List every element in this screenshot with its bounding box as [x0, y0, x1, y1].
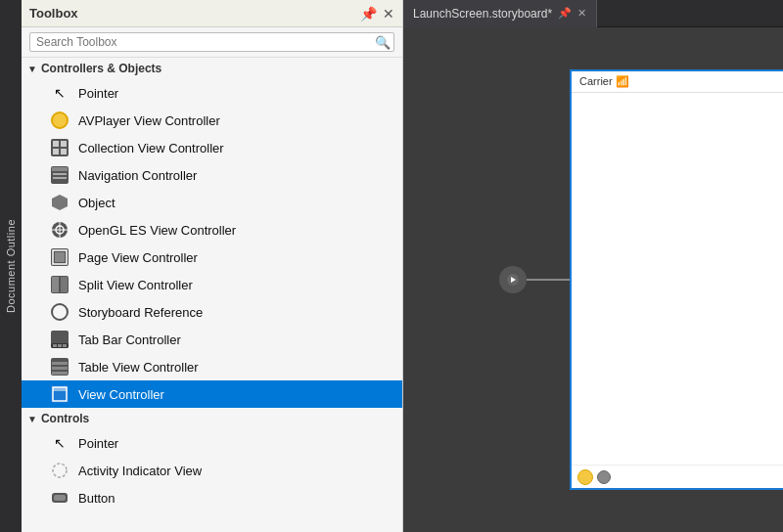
- item-label-activity: Activity Indicator View: [78, 464, 202, 478]
- item-label-navigation: Navigation Controller: [78, 168, 197, 183]
- opengl-icon: [49, 219, 70, 241]
- toolbox-content: ▼ Controllers & Objects ↖ Pointer AVPlay…: [22, 58, 402, 532]
- toolbox-item-collection[interactable]: Collection View Controller: [22, 134, 402, 161]
- toolbox-item-tableview[interactable]: Table View Controller: [22, 353, 402, 380]
- document-outline-label: Document Outline: [5, 219, 17, 313]
- svg-rect-32: [53, 387, 67, 391]
- item-label-tabbar: Tab Bar Controller: [78, 332, 181, 347]
- bottom-dot-gray: [597, 470, 611, 484]
- section-arrow-controllers: ▼: [27, 64, 37, 74]
- search-wrapper: 🔍: [29, 32, 394, 52]
- toolbox-search-bar: 🔍: [22, 27, 402, 58]
- svg-rect-25: [63, 344, 67, 347]
- toolbox-item-storyboard[interactable]: Storyboard Reference: [22, 298, 402, 326]
- button-icon: [49, 487, 70, 509]
- search-input[interactable]: [29, 32, 394, 52]
- storyboard-tab[interactable]: LaunchScreen.storyboard* 📌 ✕: [403, 0, 597, 27]
- document-outline-tab[interactable]: Document Outline: [0, 0, 22, 532]
- view-controller-icon: [49, 383, 70, 405]
- svg-rect-4: [61, 149, 67, 155]
- tab-close-icon[interactable]: ✕: [577, 7, 586, 20]
- toolbox-item-object[interactable]: Object: [22, 189, 402, 216]
- toolbox-item-splitview[interactable]: Split View Controller: [22, 271, 402, 298]
- svg-rect-2: [61, 141, 67, 147]
- storyboard-tab-label: LaunchScreen.storyboard*: [413, 7, 552, 21]
- storyboard-canvas[interactable]: Carrier 📶: [403, 27, 783, 532]
- tab-bar-icon: [49, 329, 70, 350]
- toolbox-header: Toolbox 📌 ✕: [22, 0, 402, 27]
- svg-rect-16: [55, 252, 65, 262]
- toolbox-item-avplayer[interactable]: AVPlayer View Controller: [22, 107, 402, 134]
- iphone-bottom-bar: [572, 465, 783, 488]
- bottom-dot-yellow: [577, 469, 593, 485]
- svg-marker-9: [52, 195, 68, 210]
- svg-rect-8: [53, 177, 67, 179]
- split-view-icon: [49, 274, 70, 295]
- item-label-pointer2: Pointer: [78, 436, 118, 451]
- toolbox-item-tabbar[interactable]: Tab Bar Controller: [22, 326, 402, 353]
- svg-point-20: [52, 304, 68, 320]
- item-label-viewcontroller: View Controller: [78, 387, 164, 402]
- svg-rect-6: [52, 167, 68, 171]
- toolbox-item-navigation[interactable]: Navigation Controller: [22, 161, 402, 189]
- toolbox-item-button[interactable]: Button: [22, 484, 402, 511]
- item-label-pointer: Pointer: [78, 86, 118, 101]
- storyboard-tab-bar: LaunchScreen.storyboard* 📌 ✕: [403, 0, 783, 27]
- toolbox-item-pointer2[interactable]: ↖ Pointer: [22, 429, 402, 457]
- tab-pin-icon[interactable]: 📌: [558, 7, 572, 20]
- toolbox-item-pointer[interactable]: ↖ Pointer: [22, 79, 402, 107]
- iphone-status-bar: Carrier 📶: [572, 71, 783, 93]
- svg-point-33: [53, 464, 67, 477]
- svg-rect-27: [52, 362, 68, 365]
- svg-rect-28: [52, 367, 68, 370]
- carrier-text: Carrier 📶: [579, 75, 629, 88]
- bottom-icons: [577, 469, 611, 485]
- table-view-icon: [49, 356, 70, 377]
- avplayer-icon: [49, 110, 70, 131]
- section-label-controllers: Controllers & Objects: [41, 62, 161, 75]
- section-arrow-controls: ▼: [27, 414, 37, 424]
- item-label-splitview: Split View Controller: [78, 278, 193, 292]
- section-controls[interactable]: ▼ Controls: [22, 408, 402, 429]
- page-view-icon: [49, 246, 70, 268]
- iphone-frame: Carrier 📶: [570, 69, 783, 490]
- svg-rect-18: [52, 277, 59, 292]
- svg-rect-3: [53, 149, 59, 155]
- close-icon[interactable]: ✕: [383, 6, 394, 22]
- activity-indicator-icon: [49, 460, 70, 481]
- toolbox-item-opengl[interactable]: OpenGL ES View Controller: [22, 216, 402, 244]
- entry-circle: [499, 266, 527, 293]
- item-label-object: Object: [78, 196, 115, 210]
- navigation-controller-icon: [49, 164, 70, 186]
- item-label-tableview: Table View Controller: [78, 360, 199, 375]
- svg-rect-1: [53, 141, 59, 147]
- pointer2-icon: ↖: [49, 432, 70, 454]
- svg-rect-7: [53, 173, 67, 175]
- iphone-body: [572, 93, 783, 465]
- item-label-storyboard: Storyboard Reference: [78, 305, 203, 320]
- storyboard-area: LaunchScreen.storyboard* 📌 ✕ Carrier 📶: [403, 0, 783, 532]
- storyboard-icon: [49, 301, 70, 323]
- toolbox-item-activity[interactable]: Activity Indicator View: [22, 457, 402, 484]
- item-label-button: Button: [78, 491, 115, 506]
- object-icon: [49, 192, 70, 213]
- item-label-pageview: Page View Controller: [78, 250, 198, 265]
- toolbox-item-viewcontroller[interactable]: View Controller: [22, 380, 402, 408]
- svg-rect-23: [53, 344, 57, 347]
- toolbox-header-icons: 📌 ✕: [360, 6, 394, 22]
- pin-icon[interactable]: 📌: [360, 6, 377, 22]
- toolbox-title: Toolbox: [29, 6, 78, 21]
- toolbox-item-pageview[interactable]: Page View Controller: [22, 244, 402, 271]
- pointer-icon: ↖: [49, 82, 70, 104]
- search-icon: 🔍: [375, 35, 391, 50]
- svg-rect-29: [52, 372, 68, 375]
- collection-view-icon: [49, 137, 70, 158]
- item-label-avplayer: AVPlayer View Controller: [78, 113, 220, 128]
- svg-rect-24: [58, 344, 62, 347]
- svg-rect-35: [54, 495, 66, 501]
- item-label-opengl: OpenGL ES View Controller: [78, 223, 236, 238]
- section-controllers[interactable]: ▼ Controllers & Objects: [22, 58, 402, 79]
- section-label-controls: Controls: [41, 412, 89, 425]
- item-label-collection: Collection View Controller: [78, 141, 224, 155]
- toolbox-panel: Toolbox 📌 ✕ 🔍 ▼ Controllers & Objects ↖ …: [22, 0, 403, 532]
